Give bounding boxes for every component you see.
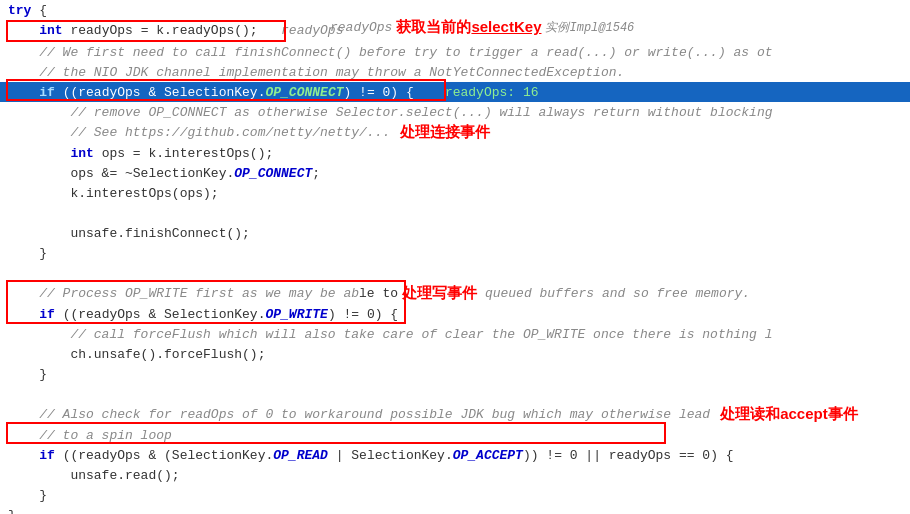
code-line-11 [0, 203, 910, 223]
annotation-read-accept: 处理读和accept事件 [720, 405, 858, 424]
line-text-22: // to a spin loop [8, 428, 172, 443]
code-line-13: } [0, 243, 910, 263]
line-text-16: if ((readyOps & SelectionKey.OP_WRITE) !… [8, 307, 398, 322]
line-text-7: // See https://github.com/netty/netty/..… [8, 125, 390, 140]
code-line-1: try { [0, 0, 910, 20]
code-line-7: // See https://github.com/netty/netty/..… [0, 122, 910, 143]
code-line-26: } [0, 505, 910, 514]
line-text-9: ops &= ~SelectionKey.OP_CONNECT; [8, 166, 320, 181]
code-line-21: // Also check for readOps of 0 to workar… [0, 404, 910, 425]
code-line-15: // Process OP_WRITE first as we may be a… [0, 283, 910, 304]
line-text-21: // Also check for readOps of 0 to workar… [8, 407, 710, 422]
line-text-3: // We first need to call finishConnect()… [8, 45, 773, 60]
code-line-16: if ((readyOps & SelectionKey.OP_WRITE) !… [0, 304, 910, 324]
code-line-22: // to a spin loop [0, 425, 910, 445]
line-text-17: // call forceFlush which will also take … [8, 327, 773, 342]
code-line-19: } [0, 364, 910, 384]
code-line-4: // the NIO JDK channel implementation ma… [0, 62, 910, 82]
line-text-8: int ops = k.interestOps(); [8, 146, 273, 161]
code-line-24: unsafe.read(); [0, 465, 910, 485]
code-line-8: int ops = k.interestOps(); [0, 143, 910, 163]
code-container: try { int readyOps = k.readyOps(); ready… [0, 0, 910, 514]
code-line-20 [0, 384, 910, 404]
code-line-6: // remove OP_CONNECT as otherwise Select… [0, 102, 910, 122]
annotation-write: 处理写事件 [402, 284, 477, 303]
line-text-2: int readyOps = k.readyOps(); readyOps [8, 23, 343, 38]
code-line-10: k.interestOps(ops); [0, 183, 910, 203]
line-text-12: unsafe.finishConnect(); [8, 226, 250, 241]
line-text-26: } [8, 508, 16, 515]
line-text-5: if ((readyOps & SelectionKey.OP_CONNECT)… [8, 85, 539, 100]
code-line-9: ops &= ~SelectionKey.OP_CONNECT; [0, 163, 910, 183]
line-text-6: // remove OP_CONNECT as otherwise Select… [8, 105, 773, 120]
code-line-23: if ((readyOps & (SelectionKey.OP_READ | … [0, 445, 910, 465]
line-text-19: } [8, 367, 47, 382]
line-text-23: if ((readyOps & (SelectionKey.OP_READ | … [8, 448, 734, 463]
code-line-14 [0, 263, 910, 283]
code-line-12: unsafe.finishConnect(); [0, 223, 910, 243]
line-text-4: // the NIO JDK channel implementation ma… [8, 65, 624, 80]
annotation-connect: 处理连接事件 [400, 123, 490, 142]
code-line-18: ch.unsafe().forceFlush(); [0, 344, 910, 364]
line-text-10: k.interestOps(ops); [8, 186, 219, 201]
line-text-18: ch.unsafe().forceFlush(); [8, 347, 265, 362]
code-line-17: // call forceFlush which will also take … [0, 324, 910, 344]
code-line-25: } [0, 485, 910, 505]
line-text-25: } [8, 488, 47, 503]
code-line-3: // We first need to call finishConnect()… [0, 42, 910, 62]
line-text-15: // Process OP_WRITE first as we may be a… [8, 286, 359, 301]
line-text-24: unsafe.read(); [8, 468, 180, 483]
line-text-15b: le to [359, 286, 398, 301]
code-line-5: if ((readyOps & SelectionKey.OP_CONNECT)… [0, 82, 910, 102]
line-text-15c: queued buffers and so free memory. [477, 286, 750, 301]
line-text-13: } [8, 246, 47, 261]
line-text-1: try { [8, 3, 47, 18]
code-line-2: int readyOps = k.readyOps(); readyOps [0, 20, 910, 40]
